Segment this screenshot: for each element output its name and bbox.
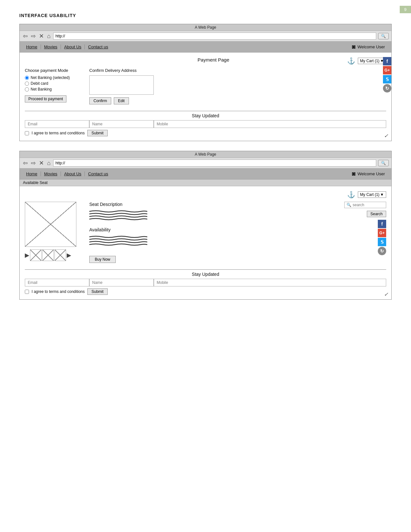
browser-titlebar-1: A Web Page — [20, 24, 391, 31]
nav-link-aboutus-1[interactable]: About Us — [61, 44, 85, 49]
payment-body-1: Choose payment Mode Net Banking (selecte… — [25, 68, 386, 104]
share-icon-1[interactable]: ↻ — [383, 84, 391, 92]
available-seat-bar: Available Seat — [20, 179, 391, 186]
browser-content-1: Payment Page ⚓ My Cart (1) ▼ Choose paym… — [20, 53, 391, 141]
stay-updated-inputs-1 — [25, 120, 386, 128]
search-input-row: 🔍 — [344, 202, 386, 208]
availability-title: Availability — [89, 227, 386, 232]
email-input-1[interactable] — [25, 120, 89, 128]
mobile-input-2[interactable] — [154, 279, 386, 286]
site-nav-1: Home Movies About Us Contact us ◙ Welcom… — [20, 42, 391, 53]
content-header-1: Payment Page ⚓ My Cart (1) ▼ — [25, 57, 386, 65]
radio-net-banking[interactable]: Net Banking — [25, 87, 80, 92]
twitter-icon-1[interactable]: 𝕊 — [383, 75, 391, 83]
seat-prev-btn[interactable]: ▶ — [25, 252, 29, 259]
browser-tab-2: A Web Page — [195, 152, 216, 157]
nav-link-movies-1[interactable]: Movies — [41, 44, 61, 49]
cart-label-1: My Cart (1) — [360, 59, 379, 63]
name-input-2[interactable] — [89, 279, 154, 286]
delivery-title: Confirm Delivery Address — [89, 68, 386, 73]
seat-thumb-3[interactable] — [54, 249, 66, 261]
stay-updated-section-2: Stay Updated I agree to terms and condit… — [25, 269, 386, 295]
payment-title: Payment Page — [198, 57, 229, 63]
payment-mode-label: Choose payment Mode — [25, 68, 80, 73]
nav-links-2: Home Movies About Us Contact us — [26, 171, 112, 176]
stay-updated-title-1: Stay Updated — [25, 113, 386, 118]
submit-btn-1[interactable]: Submit — [87, 130, 108, 136]
twitter-icon-2[interactable]: 𝕊 — [378, 238, 386, 246]
nav-link-home-1[interactable]: Home — [26, 44, 41, 49]
home-button-2[interactable]: ⌂ — [46, 160, 51, 166]
availability-scribble — [89, 234, 147, 247]
nav-link-home-2[interactable]: Home — [26, 171, 41, 176]
close-button-1[interactable]: ✕ — [38, 33, 44, 39]
nav-link-contactus-2[interactable]: Contact us — [85, 171, 111, 176]
confirm-btn[interactable]: Confirm — [89, 97, 111, 104]
facebook-icon-2[interactable]: f — [378, 220, 386, 228]
email-input-2[interactable] — [25, 279, 89, 286]
user-icon-1: ◙ — [352, 44, 356, 50]
seat-thumb-2[interactable] — [42, 249, 54, 261]
browser-content-2: ⚓ My Cart (1) ▼ ▶ ▶ — [20, 186, 391, 299]
social-sidebar-2: f G+ 𝕊 ↻ — [378, 220, 386, 255]
seat-image-area: ▶ ▶ — [25, 202, 83, 263]
seat-desc-scribble — [89, 209, 147, 222]
browser-toolbar-2: ⇦ ⇨ ✕ ⌂ 🔍 — [20, 158, 391, 169]
back-button-2[interactable]: ⇦ — [22, 160, 28, 166]
seat-thumb-1[interactable] — [30, 249, 42, 261]
search-button-2[interactable]: 🔍 — [378, 160, 389, 166]
radio-net-banking-selected[interactable]: Net Banking (selected) — [25, 75, 80, 80]
nav-link-contactus-1[interactable]: Contact us — [85, 44, 111, 49]
browser-frame-1: A Web Page ⇦ ⇨ ✕ ⌂ 🔍 Home Movies About U… — [19, 24, 392, 141]
facebook-icon-1[interactable]: f — [383, 57, 391, 65]
seat-next-btn[interactable]: ▶ — [67, 252, 71, 259]
back-button-1[interactable]: ⇦ — [22, 33, 28, 39]
cart-bell-2: ⚓ My Cart (1) ▼ — [347, 191, 386, 198]
stay-updated-title-2: Stay Updated — [25, 272, 386, 277]
seat-content: ▶ ▶ Seat Description Availability — [25, 202, 386, 263]
buy-now-btn[interactable]: Buy Now — [89, 256, 116, 263]
stay-updated-section-1: Stay Updated I agree to terms and condit… — [25, 111, 386, 136]
submit-btn-2[interactable]: Submit — [87, 288, 108, 295]
googleplus-icon-2[interactable]: G+ — [378, 229, 386, 237]
nav-user-1: ◙ Welcome User — [352, 44, 385, 50]
mobile-input-1[interactable] — [154, 120, 386, 128]
forward-button-1[interactable]: ⇨ — [30, 33, 36, 39]
welcome-user-2: Welcome User — [357, 171, 385, 176]
seat-search-input[interactable] — [353, 203, 382, 207]
seat-search-btn[interactable]: Search — [367, 211, 386, 217]
terms-checkbox-2[interactable] — [25, 290, 29, 294]
search-button-1[interactable]: 🔍 — [378, 33, 389, 39]
nav-link-movies-2[interactable]: Movies — [41, 171, 61, 176]
nav-link-aboutus-2[interactable]: About Us — [61, 171, 85, 176]
close-button-2[interactable]: ✕ — [38, 160, 44, 166]
terms-label-1: I agree to terms and conditions — [32, 131, 85, 135]
browser-titlebar-2: A Web Page — [20, 151, 391, 158]
forward-button-2[interactable]: ⇨ — [30, 160, 36, 166]
payment-right-1: Confirm Delivery Address Confirm Edit — [89, 68, 386, 104]
my-cart-btn-1[interactable]: My Cart (1) ▼ — [358, 58, 386, 64]
search-icon-2: 🔍 — [381, 161, 386, 165]
user-icon-2: ◙ — [352, 170, 356, 177]
share-icon-2[interactable]: ↻ — [378, 247, 386, 255]
name-input-1[interactable] — [89, 120, 154, 128]
social-sidebar-1: f G+ 𝕊 ↻ — [383, 57, 391, 92]
nav-user-2: ◙ Welcome User — [352, 170, 385, 177]
googleplus-icon-1[interactable]: G+ — [383, 66, 391, 74]
url-bar-1[interactable] — [53, 33, 376, 40]
browser-tab-1: A Web Page — [195, 25, 216, 30]
cart-label-2: My Cart (1) — [360, 192, 379, 197]
proceed-to-payment-btn[interactable]: Proceed to payment — [25, 95, 66, 102]
home-button-1[interactable]: ⌂ — [46, 33, 51, 39]
my-cart-btn-2[interactable]: My Cart (1) ▼ — [358, 191, 386, 198]
url-bar-2[interactable] — [53, 160, 376, 167]
browser-toolbar-1: ⇦ ⇨ ✕ ⌂ 🔍 — [20, 31, 391, 42]
watermark-2: ✓ — [384, 291, 388, 297]
terms-checkbox-1[interactable] — [25, 131, 29, 135]
terms-row-1: I agree to terms and conditions Submit — [25, 130, 386, 136]
terms-label-2: I agree to terms and conditions — [32, 289, 85, 294]
payment-left-1: Choose payment Mode Net Banking (selecte… — [25, 68, 80, 104]
edit-btn[interactable]: Edit — [114, 97, 129, 104]
delivery-address-box[interactable] — [89, 75, 154, 95]
radio-debit-card[interactable]: Debit card — [25, 81, 80, 86]
